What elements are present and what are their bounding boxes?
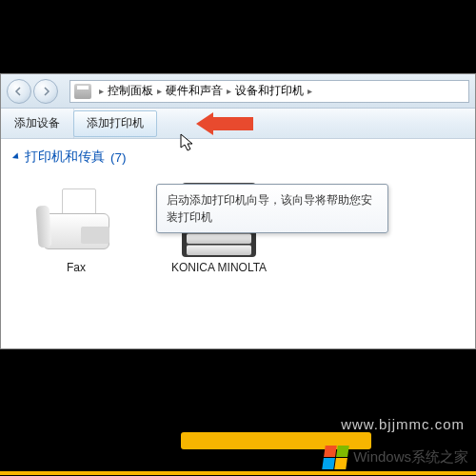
tooltip-text: 启动添加打印机向导，该向导将帮助您安装打印机 (167, 193, 372, 224)
bc-hardware-sound[interactable]: 硬件和声音 (166, 83, 223, 99)
watermark-logo: Windows系统之家 (324, 446, 468, 469)
section-title[interactable]: 打印机和传真 (7) (14, 149, 462, 166)
device-label: Fax (24, 261, 129, 274)
watermark-url: www.bjjmmc.com (341, 416, 465, 432)
bc-control-panel[interactable]: 控制面板 (108, 83, 153, 99)
breadcrumb[interactable]: ▸ 控制面板 ▸ 硬件和声音 ▸ 设备和打印机 ▸ (69, 80, 469, 103)
arrow-right-icon (40, 86, 51, 97)
nav-buttons (1, 79, 64, 104)
back-button[interactable] (7, 79, 31, 104)
section-title-text: 打印机和传真 (25, 149, 105, 166)
chevron-right-icon: ▸ (227, 86, 231, 96)
nav-bar: ▸ 控制面板 ▸ 硬件和声音 ▸ 设备和打印机 ▸ (1, 74, 475, 109)
tooltip: 启动添加打印机向导，该向导将帮助您安装打印机 (156, 184, 388, 233)
arrow-left-icon (13, 86, 25, 97)
bc-devices-printers[interactable]: 设备和打印机 (235, 83, 304, 99)
device-fax[interactable]: Fax (24, 183, 129, 274)
add-device-button[interactable]: 添加设备 (1, 109, 74, 139)
windows-flag-icon (322, 446, 349, 469)
toolbar: 添加设备 添加打印机 (1, 109, 475, 139)
chevron-right-icon: ▸ (99, 86, 104, 96)
printer-path-icon (74, 84, 91, 99)
device-label: KONICA MINOLTA (167, 261, 271, 274)
expand-icon (12, 152, 21, 161)
section-count: (7) (110, 150, 127, 165)
annotation-arrow (196, 112, 253, 135)
add-printer-button[interactable]: 添加打印机 (73, 110, 157, 137)
fax-icon (33, 183, 119, 257)
chevron-right-icon: ▸ (307, 86, 312, 96)
watermark-underline (0, 471, 476, 475)
watermark-brand: Windows系统之家 (353, 448, 468, 466)
forward-button[interactable] (33, 79, 58, 104)
section-header: 打印机和传真 (7) (1, 139, 475, 169)
chevron-right-icon: ▸ (157, 86, 162, 96)
cursor-icon (180, 133, 197, 157)
